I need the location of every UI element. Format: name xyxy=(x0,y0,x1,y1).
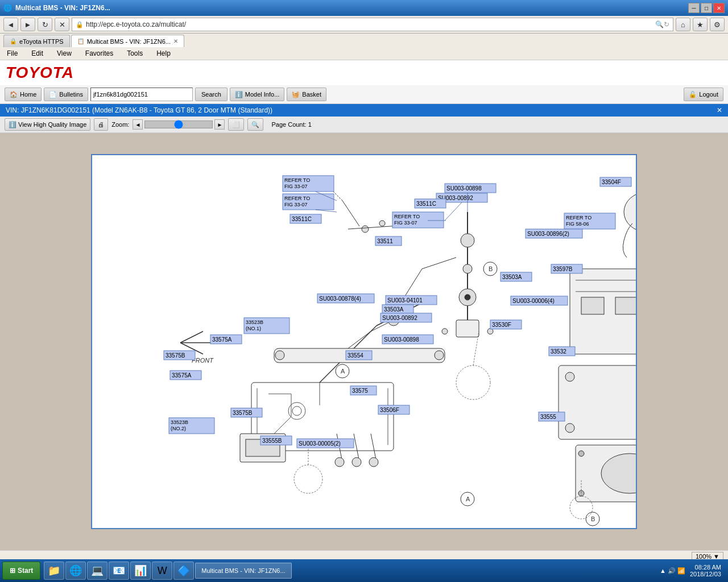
svg-text:33511C: 33511C xyxy=(416,201,436,207)
taskbar-app-ie[interactable]: 🌐 xyxy=(65,562,86,580)
clock[interactable]: 08:28 AM 2018/12/03 xyxy=(690,564,721,577)
start-label: Start xyxy=(18,567,33,575)
model-info-button[interactable]: ℹ️ Model Info... xyxy=(230,88,285,101)
search-icon: 🔍 xyxy=(655,20,664,28)
viewer-toolbar: ℹ️ View High Quality Image 🖨 Zoom: ◄ ► ⬜… xyxy=(0,117,728,133)
search-label: Search xyxy=(201,91,221,98)
vin-close-icon[interactable]: ✕ xyxy=(717,106,722,114)
tools-button[interactable]: ⚙ xyxy=(710,18,725,31)
taskbar-app-excel[interactable]: 📊 xyxy=(130,562,151,580)
taskbar: ⊞ Start 📁 🌐 💻 📧 📊 W 🔷 Multicat BMS - VIN… xyxy=(0,559,728,582)
bulletins-icon: 📄 xyxy=(49,91,57,98)
model-info-label: Model Info... xyxy=(245,91,280,98)
toyota-logo: TOYOTA xyxy=(6,64,74,81)
menu-edit[interactable]: Edit xyxy=(29,48,46,59)
address-bar[interactable]: 🔒 http://epc.e-toyota.co.za/multicat/ 🔍 … xyxy=(72,18,673,31)
taskbar-app-ie2[interactable]: 💻 xyxy=(87,562,107,580)
stop-button[interactable]: ✕ xyxy=(55,18,69,31)
svg-text:33523B: 33523B xyxy=(171,419,188,425)
logout-icon: 🔓 xyxy=(689,91,697,98)
hq-image-button[interactable]: ℹ️ View High Quality Image xyxy=(5,118,90,131)
taskbar-window-multicat[interactable]: Multicat BMS - VIN: JF1ZN6... xyxy=(195,563,291,579)
home-button[interactable]: 🏠 Home xyxy=(5,88,42,101)
vin-bar: VIN: JF1ZN6K81DG002151 (Model ZN6AK-B8 -… xyxy=(0,104,728,117)
svg-text:33530F: 33530F xyxy=(492,322,511,328)
taskbar-app-files[interactable]: 📁 xyxy=(44,562,64,580)
tabs-row: 🔒 eToyota HTTPS 📋 Multicat BMS - VIN: JF… xyxy=(0,34,728,47)
svg-text:33555B: 33555B xyxy=(262,438,282,444)
forward-button[interactable]: ► xyxy=(20,18,35,31)
favorites-button[interactable]: ★ xyxy=(693,18,708,31)
svg-text:SU003-00892: SU003-00892 xyxy=(382,315,417,321)
taskbar-app-blue[interactable]: 🔷 xyxy=(173,562,194,580)
taskbar-window-label: Multicat BMS - VIN: JF1ZN6... xyxy=(201,567,285,574)
hq-label: View High Quality Image xyxy=(18,121,86,128)
logout-label: Logout xyxy=(699,91,718,98)
taskbar-app-outlook[interactable]: 📧 xyxy=(109,562,129,580)
menu-favorites[interactable]: Favorites xyxy=(83,48,115,59)
refresh-button[interactable]: ↻ xyxy=(38,18,52,31)
tab-etoyota-label: eToyota HTTPS xyxy=(19,38,64,45)
system-tray-icons: ▲ 🔊 📶 xyxy=(660,567,685,575)
menu-file[interactable]: File xyxy=(5,48,20,59)
taskbar-app-word[interactable]: W xyxy=(152,562,172,580)
menu-view[interactable]: View xyxy=(55,48,74,59)
svg-text:33503A: 33503A xyxy=(502,274,522,280)
svg-text:SU003-00896(2): SU003-00896(2) xyxy=(527,231,569,237)
svg-point-13 xyxy=(275,351,284,360)
diagram-container: FRONT xyxy=(0,133,728,550)
menu-tools[interactable]: Tools xyxy=(125,48,145,59)
svg-text:B: B xyxy=(489,265,493,272)
tab-close-icon[interactable]: ✕ xyxy=(173,38,178,44)
vin-input[interactable] xyxy=(90,88,193,101)
zoom-out-button[interactable]: ◄ xyxy=(133,119,143,130)
svg-text:A: A xyxy=(466,496,470,502)
window-controls[interactable]: ─ □ ✕ xyxy=(688,3,725,13)
minimize-button[interactable]: ─ xyxy=(688,3,700,13)
info-circle-icon: ℹ️ xyxy=(9,121,16,128)
basket-button[interactable]: 🧺 Basket xyxy=(287,88,326,101)
svg-text:33506F: 33506F xyxy=(380,407,399,413)
home-icon: 🏠 xyxy=(10,91,18,98)
zoom-search-button[interactable]: 🔍 xyxy=(247,118,263,131)
svg-text:33597B: 33597B xyxy=(553,266,573,272)
print-button[interactable]: 🖨 xyxy=(94,118,108,131)
svg-text:SU003-00006(4): SU003-00006(4) xyxy=(512,298,555,304)
svg-text:REFER TO: REFER TO xyxy=(284,177,310,183)
svg-point-22 xyxy=(463,264,472,273)
zoom-label: Zoom: xyxy=(111,121,129,128)
tab-etoyota[interactable]: 🔒 eToyota HTTPS xyxy=(3,35,70,47)
svg-point-24 xyxy=(465,294,470,300)
start-button[interactable]: ⊞ Start xyxy=(2,562,40,580)
zoom-in-button[interactable]: ► xyxy=(214,119,225,130)
tab-multicat[interactable]: 📋 Multicat BMS - VIN: JF1ZN6... ✕ xyxy=(71,35,184,47)
svg-text:SU003-00878(4): SU003-00878(4) xyxy=(319,296,361,302)
fit-icon: ⬜ xyxy=(232,121,240,128)
svg-point-26 xyxy=(442,329,448,334)
date-display: 2018/12/03 xyxy=(690,571,721,577)
svg-text:REFER TO: REFER TO xyxy=(394,214,420,219)
svg-text:33503A: 33503A xyxy=(384,306,404,313)
app-toolbar: 🏠 Home 📄 Bulletins Search ℹ️ Model Info.… xyxy=(0,85,728,104)
menu-help[interactable]: Help xyxy=(154,48,173,59)
logout-button[interactable]: 🔓 Logout xyxy=(684,88,723,101)
back-button[interactable]: ◄ xyxy=(3,18,18,31)
bulletins-button[interactable]: 📄 Bulletins xyxy=(44,88,88,101)
multicat-favicon: 📋 xyxy=(77,38,84,44)
svg-text:33554: 33554 xyxy=(348,352,363,359)
svg-point-46 xyxy=(379,221,385,226)
svg-point-14 xyxy=(435,351,444,360)
basket-icon: 🧺 xyxy=(292,91,300,98)
svg-text:REFER TO: REFER TO xyxy=(284,196,310,201)
fit-page-button[interactable]: ⬜ xyxy=(228,118,244,131)
svg-text:33523B: 33523B xyxy=(246,319,263,325)
svg-rect-33 xyxy=(615,297,637,314)
maximize-button[interactable]: □ xyxy=(701,3,712,13)
browser-toolbar: ◄ ► ↻ ✕ 🔒 http://epc.e-toyota.co.za/mult… xyxy=(0,16,728,34)
svg-rect-0 xyxy=(92,155,637,529)
search-button[interactable]: Search xyxy=(195,88,228,101)
close-button[interactable]: ✕ xyxy=(713,3,725,13)
zoom-slider[interactable] xyxy=(144,120,213,128)
address-text: http://epc.e-toyota.co.za/multicat/ xyxy=(86,20,655,28)
home-button[interactable]: ⌂ xyxy=(676,18,690,31)
